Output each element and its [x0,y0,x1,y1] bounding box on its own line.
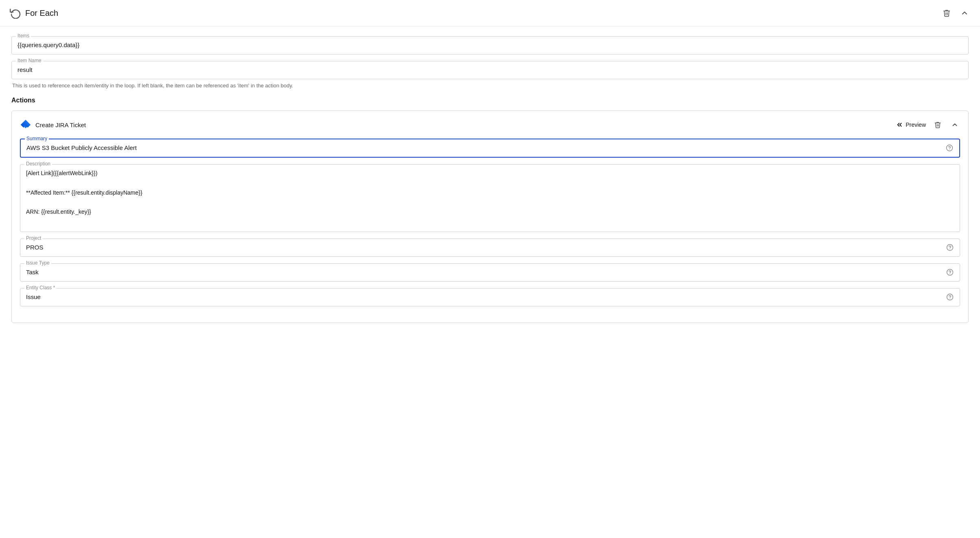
item-name-field-group: Item Name [11,61,969,79]
collapse-action-button[interactable] [950,119,960,130]
summary-field-content [26,143,954,152]
entity-class-label: Entity Class * [24,285,57,291]
action-card-controls: Preview [896,119,960,130]
project-field-content [26,243,954,252]
description-field-group: Description [Alert Link]({{alertWebLink}… [20,164,960,232]
description-label: Description [24,161,52,167]
action-card: Create JIRA Ticket Preview [11,111,969,323]
question-circle-icon [946,144,953,152]
page-container: For Each Items [0,0,980,538]
question-circle-entity-icon [946,293,954,301]
jira-icon [20,119,31,130]
main-content: Items Item Name This is used to referenc… [0,26,980,333]
item-name-label: Item Name [16,58,43,63]
question-circle-issue-icon [946,269,954,276]
project-input[interactable] [26,243,946,252]
collapse-header-button[interactable] [959,7,970,19]
page-title: For Each [25,9,58,18]
action-card-title: Create JIRA Ticket [35,121,86,128]
summary-field-group: Summary [20,139,960,158]
delete-header-button[interactable] [941,7,952,19]
chevron-up-action-icon [951,121,958,128]
trash-icon [943,9,951,17]
items-label: Items [16,33,31,39]
entity-class-input[interactable] [26,293,946,301]
chevrons-left-icon [896,121,903,128]
project-label: Project [24,235,43,241]
items-input[interactable] [17,41,963,49]
preview-button[interactable]: Preview [896,121,926,128]
header-actions [941,7,970,19]
preview-label: Preview [906,121,926,128]
entity-class-help-icon[interactable] [946,293,954,301]
summary-input[interactable] [26,143,945,152]
question-circle-project-icon [946,244,954,251]
chevron-up-icon [960,9,969,17]
helper-text: This is used to reference each item/enti… [11,82,969,89]
summary-help-icon[interactable] [945,144,954,152]
entity-class-field-content [26,293,954,301]
actions-title: Actions [11,97,969,104]
trash-action-icon [934,121,941,128]
entity-class-field-group: Entity Class * [20,288,960,306]
items-field-group: Items [11,36,969,54]
action-card-header: Create JIRA Ticket Preview [20,119,960,130]
action-card-title-area: Create JIRA Ticket [20,119,86,130]
project-help-icon[interactable] [946,243,954,252]
issue-type-label: Issue Type [24,260,51,266]
issue-type-field-content [26,268,954,276]
description-textarea[interactable]: [Alert Link]({{alertWebLink}}) **Affecte… [26,169,954,226]
issue-type-help-icon[interactable] [946,268,954,276]
summary-label: Summary [25,136,49,141]
item-name-input[interactable] [17,65,963,74]
delete-action-button[interactable] [932,119,943,130]
project-field-group: Project [20,239,960,257]
issue-type-field-group: Issue Type [20,263,960,282]
header-left: For Each [10,7,58,19]
header: For Each [0,0,980,26]
issue-type-input[interactable] [26,268,946,276]
loop-icon [10,7,21,19]
